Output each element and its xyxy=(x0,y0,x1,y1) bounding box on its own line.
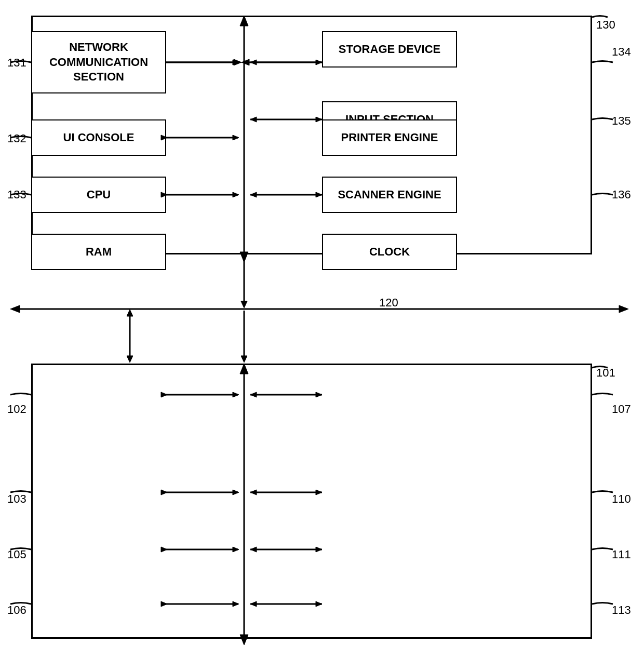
ref-102: 102 xyxy=(7,402,26,416)
ref-120: 120 xyxy=(379,296,398,310)
bot-cpu: CPU xyxy=(31,177,166,213)
bot-clock: CLOCK xyxy=(322,234,457,270)
ref-136: 136 xyxy=(612,188,631,202)
svg-marker-30 xyxy=(127,356,133,362)
ref-134: 134 xyxy=(612,45,631,59)
ref-132: 132 xyxy=(7,132,26,145)
bot-network-communication-section: NETWORKCOMMUNICATIONSECTION xyxy=(31,31,166,93)
bot-ui-console: UI CONSOLE xyxy=(31,119,166,156)
ref-130: 130 xyxy=(596,18,615,32)
bot-ram: RAM xyxy=(31,234,166,270)
ref-110: 110 xyxy=(612,492,631,506)
ref-105: 105 xyxy=(7,548,26,561)
ref-103: 103 xyxy=(7,492,26,506)
svg-marker-31 xyxy=(127,310,133,316)
ref-107: 107 xyxy=(612,402,631,416)
svg-marker-27 xyxy=(10,305,20,313)
bottom-device-box xyxy=(31,364,592,639)
ref-101: 101 xyxy=(596,366,615,380)
ref-106: 106 xyxy=(7,603,26,617)
bot-storage-device: STORAGE DEVICE xyxy=(322,31,457,68)
svg-marker-28 xyxy=(619,305,628,313)
ref-113: 113 xyxy=(612,603,631,617)
svg-marker-25 xyxy=(241,301,247,308)
ref-133: 133 xyxy=(7,188,26,202)
ref-111: 111 xyxy=(612,548,631,561)
ref-135: 135 xyxy=(612,114,631,128)
diagram: NETWORKCOMMUNICATIONSECTION CPU RAM DISP… xyxy=(0,0,644,658)
ref-131: 131 xyxy=(7,56,26,70)
bot-printer-engine: PRINTER ENGINE xyxy=(322,119,457,156)
svg-marker-33 xyxy=(241,356,247,362)
bot-scanner-engine: SCANNER ENGINE xyxy=(322,177,457,213)
